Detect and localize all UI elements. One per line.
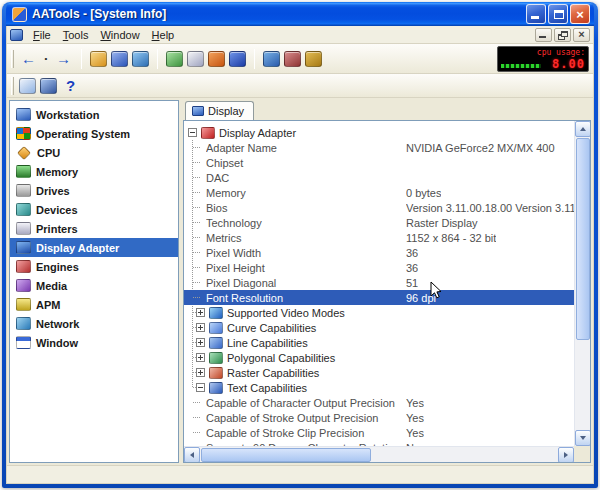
expand-icon[interactable] [196, 338, 205, 347]
horizontal-scrollbar-thumb[interactable] [201, 448, 371, 462]
tree-item-technology[interactable]: TechnologyRaster Display [184, 215, 574, 230]
report-view-icon[interactable] [187, 51, 204, 67]
sidebar-item-window[interactable]: Window [10, 333, 178, 352]
settings-icon[interactable] [305, 51, 322, 67]
tree-item-chipset[interactable]: Chipset [184, 155, 574, 170]
expand-icon[interactable] [196, 323, 205, 332]
scroll-left-button[interactable] [184, 447, 200, 463]
export-window-icon[interactable] [166, 51, 183, 67]
sidebar-item-label: Workstation [36, 109, 99, 121]
new-report-icon[interactable] [19, 78, 36, 94]
tree-item-dac[interactable]: DAC [184, 170, 574, 185]
sidebar-item-media[interactable]: Media [10, 276, 178, 295]
apm-icon [16, 298, 31, 311]
minimize-button[interactable] [526, 4, 546, 24]
property-value: Yes [406, 412, 424, 424]
tree-group-raster-capabilities[interactable]: Raster Capabilities [184, 365, 574, 380]
sidebar-item-printers[interactable]: Printers [10, 219, 178, 238]
property-name: Chipset [206, 157, 406, 169]
expand-icon[interactable] [196, 308, 205, 317]
toolbar-icons: ←•→ [19, 49, 322, 69]
tab-display[interactable]: Display [185, 101, 254, 120]
collapse-icon[interactable] [196, 383, 205, 392]
toolbar-grip[interactable] [11, 50, 14, 68]
app-icon [12, 7, 27, 22]
nav-dot-icon[interactable]: • [42, 50, 50, 68]
reports-book-icon[interactable] [111, 51, 128, 67]
property-name: Font Resolution [206, 292, 406, 304]
menu-tools[interactable]: Tools [57, 28, 95, 42]
scroll-right-button[interactable] [558, 447, 574, 463]
benchmark-icon[interactable] [229, 51, 246, 67]
performance-icon[interactable] [208, 51, 225, 67]
sidebar-item-cpu[interactable]: CPU [10, 143, 178, 162]
tree-group-supported-video-modes[interactable]: Supported Video Modes [184, 305, 574, 320]
expand-icon[interactable] [196, 368, 205, 377]
display-tab-icon [192, 106, 204, 116]
sidebar-item-memory[interactable]: Memory [10, 162, 178, 181]
cpu-usage-meter [501, 64, 541, 68]
sidebar-item-label: Printers [36, 223, 78, 235]
sidebar-item-drives[interactable]: Drives [10, 181, 178, 200]
back-icon[interactable]: ← [19, 50, 38, 68]
help-icon[interactable]: ? [61, 77, 80, 95]
tree-item-capable-of-character-output-precision[interactable]: Capable of Character Output PrecisionYes [184, 395, 574, 410]
tree-group-polygonal-capabilities[interactable]: Polygonal Capabilities [184, 350, 574, 365]
property-value: 1152 x 864 - 32 bit [406, 232, 496, 244]
display-adapter-icon [16, 241, 31, 254]
sidebar-item-label: APM [36, 299, 60, 311]
tree-item-pixel-width[interactable]: Pixel Width36 [184, 245, 574, 260]
sidebar-item-workstation[interactable]: Workstation [10, 105, 178, 124]
expand-icon[interactable] [196, 353, 205, 362]
close-button[interactable]: × [570, 4, 590, 24]
sidebar-item-operating-system[interactable]: Operating System [10, 124, 178, 143]
address-book-icon[interactable] [90, 51, 107, 67]
sidebar-item-network[interactable]: Network [10, 314, 178, 333]
tree-item-capable-of-stroke-clip-precision[interactable]: Capable of Stroke Clip PrecisionYes [184, 425, 574, 440]
sidebar-item-display-adapter[interactable]: Display Adapter [10, 238, 178, 257]
sidebar-item-devices[interactable]: Devices [10, 200, 178, 219]
display-info-icon[interactable] [263, 51, 280, 67]
tree-item-adapter-name[interactable]: Adapter NameNVIDIA GeForce2 MX/MX 400 [184, 140, 574, 155]
system-browser-icon[interactable] [132, 51, 149, 67]
forward-icon[interactable]: → [54, 50, 73, 68]
toolbar2-grip[interactable] [11, 77, 14, 95]
scroll-down-button[interactable] [575, 430, 591, 446]
mdi-restore-button[interactable] [554, 28, 571, 42]
maximize-button[interactable] [548, 4, 568, 24]
vertical-scrollbar[interactable] [574, 121, 590, 446]
tree-item-pixel-diagonal[interactable]: Pixel Diagonal51 [184, 275, 574, 290]
menu-window[interactable]: Window [94, 28, 145, 42]
tree-item-metrics[interactable]: Metrics1152 x 864 - 32 bit [184, 230, 574, 245]
tree-group-line-capabilities[interactable]: Line Capabilities [184, 335, 574, 350]
property-name: Metrics [206, 232, 406, 244]
mdi-minimize-button[interactable] [535, 28, 552, 42]
tree-group-text-capabilities[interactable]: Text Capabilities [184, 380, 574, 395]
tree-item-pixel-height[interactable]: Pixel Height36 [184, 260, 574, 275]
tree-item-capable-of-stroke-output-precision[interactable]: Capable of Stroke Output PrecisionYes [184, 410, 574, 425]
grid-view-icon[interactable] [40, 78, 57, 94]
horizontal-scrollbar[interactable] [184, 446, 574, 462]
title-bar[interactable]: AATools - [System Info] × [6, 2, 594, 26]
engines-icon [16, 260, 31, 273]
collapse-icon[interactable] [188, 128, 197, 137]
mdi-close-button[interactable]: × [573, 28, 590, 42]
tree-item-font-resolution[interactable]: Font Resolution96 dpi [184, 290, 574, 305]
display-adapter-card-icon [201, 127, 215, 139]
menu-file[interactable]: File [27, 28, 57, 42]
tree-item-bios[interactable]: BiosVersion 3.11.00.18.00 Version 3.11.0… [184, 200, 574, 215]
workstation-icon [16, 108, 31, 121]
tree-group-display-adapter[interactable]: Display Adapter [184, 125, 574, 140]
scroll-up-button[interactable] [575, 121, 591, 137]
menu-help[interactable]: Help [146, 28, 181, 42]
sidebar-item-apm[interactable]: APM [10, 295, 178, 314]
vertical-scrollbar-thumb[interactable] [576, 138, 590, 340]
sidebar-item-engines[interactable]: Engines [10, 257, 178, 276]
menu-items: FileToolsWindowHelp [27, 28, 535, 42]
scan-icon[interactable] [284, 51, 301, 67]
tree-group-curve-capabilities[interactable]: Curve Capabilities [184, 320, 574, 335]
property-value: 51 [406, 277, 418, 289]
system-info-window-icon[interactable] [10, 29, 23, 41]
tree-item-memory[interactable]: Memory0 bytes [184, 185, 574, 200]
sidebar-list: WorkstationOperating SystemCPUMemoryDriv… [10, 105, 178, 352]
